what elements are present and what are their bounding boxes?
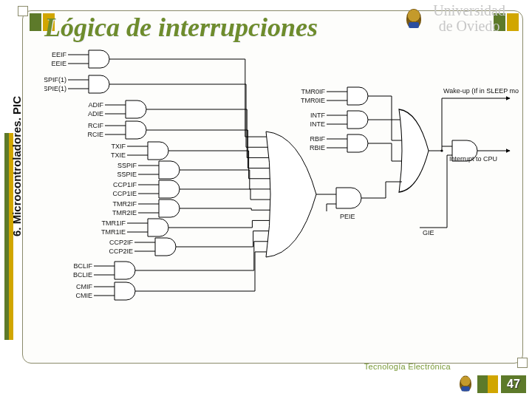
crest-icon [406,9,421,28]
university-watermark: Universidad de Oviedo [433,3,505,34]
flag-label: RBIF [310,135,325,143]
enable-label: TXIE [111,151,126,159]
crest-icon [460,376,471,392]
enable-label: CMIE [76,292,93,299]
wake-label: Wake-up (If in SLEEP mode) [443,87,519,95]
svg-point-85 [440,149,443,151]
enable-label: BCLIE [73,271,92,279]
flag-label: TMR0IF [301,88,326,95]
accent-bar [488,375,498,393]
page-title: Lógica de interrupciones [44,12,318,43]
enable-label: RBIE [310,144,325,151]
enable-label: SSPIE [117,171,137,178]
gie-label: GIE [423,229,434,236]
flag-label: INTF [310,112,325,119]
enable-label: ADIE [88,110,103,117]
flag-label: CMIF [76,283,92,290]
flag-label: SSPIF [117,162,137,169]
chapter-label: 6. Microcontroladores. PIC [10,96,23,236]
flag-label: TXIF [112,143,126,150]
cpu-label: Interrupt to CPU [449,155,497,163]
flag-label: CCP1IF [113,181,137,188]
peie-label: PEIE [340,213,355,220]
flag-label: TMR2IF [113,200,137,208]
university-line2: de Oviedo [439,18,500,34]
accent-bar [477,375,488,393]
enable-label: TMR1IE [101,228,126,236]
corner-decor-tl [18,6,28,16]
accent-bar [507,13,519,31]
university-line1: Universidad [433,2,505,18]
flag-label: CCP2IF [109,239,134,246]
flag-label: RCIF [88,122,103,129]
flag-label: PSPIF(1) [44,76,66,83]
enable-label: TMR0IE [301,97,325,104]
enable-label: EEIE [51,60,66,67]
flag-label: BCLIF [73,262,92,270]
flag-label: EEIF [52,51,67,58]
enable-label: CCP2IE [109,248,133,255]
corner-decor-br [517,358,528,368]
enable-label: RCIE [87,131,103,138]
enable-label: TMR2IE [112,209,137,216]
interrupt-logic-diagram: EEIFEEIEPSPIF(1)PSPIE(1)ADIFADIERCIFRCIE… [44,43,519,353]
footer-text: Tecnología Electrónica [364,362,451,371]
enable-label: CCP1IE [112,190,137,197]
enable-label: INTE [310,120,325,128]
flag-label: ADIF [88,101,103,109]
flag-label: TMR1IF [102,219,126,227]
page-number: 47 [501,375,526,393]
accent-bar [30,13,41,31]
enable-label: PSPIE(1) [44,85,66,92]
